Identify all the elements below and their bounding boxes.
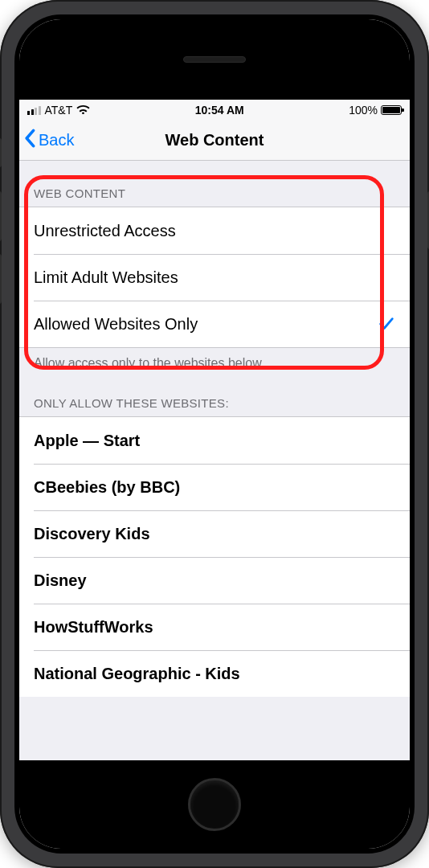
battery-percent-label: 100% [349,104,378,117]
checkmark-icon [378,315,395,333]
home-button[interactable] [188,778,241,831]
option-label: Limit Adult Websites [34,268,178,287]
site-label: CBeebies (by BBC) [34,478,180,497]
status-time: 10:54 AM [195,104,244,117]
allowed-site-row[interactable]: Apple — Start [19,417,410,464]
section-footer-web-content: Allow access only to the websites below. [19,348,410,371]
allowed-site-row[interactable]: CBeebies (by BBC) [19,464,410,510]
option-unrestricted-access[interactable]: Unrestricted Access [19,207,410,254]
wifi-icon [76,105,90,116]
cellular-signal-icon [27,105,41,115]
section-header-web-content: WEB CONTENT [19,161,410,207]
option-allowed-websites-only[interactable]: Allowed Websites Only [19,301,410,347]
section-header-allowed-sites: ONLY ALLOW THESE WEBSITES: [19,371,410,416]
site-label: National Geographic - Kids [34,665,240,683]
web-content-options-group: Unrestricted Access Limit Adult Websites… [19,207,410,348]
allowed-sites-group: Apple — Start CBeebies (by BBC) Discover… [19,416,410,697]
allowed-site-row[interactable]: Disney [19,557,410,604]
allowed-site-row[interactable]: Discovery Kids [19,510,410,557]
status-bar: AT&T 10:54 AM 100% [19,100,410,121]
allowed-site-row[interactable]: HowStuffWorks [19,604,410,650]
back-label: Back [39,131,74,149]
page-title: Web Content [19,131,410,149]
site-label: Apple — Start [34,432,140,450]
content-scroll[interactable]: WEB CONTENT Unrestricted Access Limit Ad… [19,161,410,760]
site-label: HowStuffWorks [34,618,153,637]
back-button[interactable]: Back [19,129,74,152]
allowed-site-row[interactable]: National Geographic - Kids [19,650,410,697]
option-label: Unrestricted Access [34,222,176,240]
navigation-bar: Back Web Content [19,121,410,161]
carrier-label: AT&T [45,104,73,117]
battery-icon [381,105,402,115]
site-label: Disney [34,571,87,590]
site-label: Discovery Kids [34,525,150,543]
chevron-left-icon [24,129,37,152]
option-limit-adult-websites[interactable]: Limit Adult Websites [19,254,410,301]
option-label: Allowed Websites Only [34,315,198,334]
